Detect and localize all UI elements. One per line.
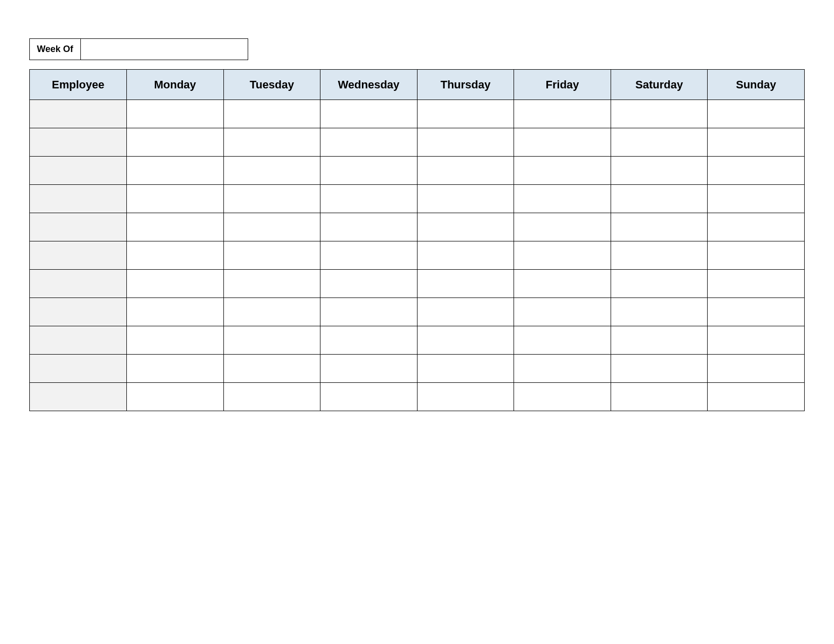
day-input[interactable] <box>418 298 514 326</box>
employee-input[interactable] <box>30 185 126 213</box>
day-input[interactable] <box>320 213 417 241</box>
day-input[interactable] <box>611 383 708 411</box>
employee-input[interactable] <box>30 128 126 156</box>
day-input[interactable] <box>514 128 611 156</box>
day-input[interactable] <box>611 270 708 298</box>
day-input[interactable] <box>708 213 804 241</box>
day-input[interactable] <box>320 270 417 298</box>
day-input[interactable] <box>514 185 611 213</box>
day-input[interactable] <box>224 185 320 213</box>
day-input[interactable] <box>127 185 223 213</box>
day-cell <box>223 298 320 326</box>
day-input[interactable] <box>708 298 804 326</box>
day-input[interactable] <box>224 355 320 382</box>
day-input[interactable] <box>418 383 514 411</box>
day-input[interactable] <box>611 241 708 269</box>
day-input[interactable] <box>708 326 804 354</box>
day-input[interactable] <box>320 157 417 184</box>
week-of-input[interactable] <box>81 39 248 60</box>
day-input[interactable] <box>224 241 320 269</box>
day-input[interactable] <box>514 241 611 269</box>
day-input[interactable] <box>127 383 223 411</box>
day-input[interactable] <box>514 326 611 354</box>
header-employee: Employee <box>30 70 127 100</box>
day-input[interactable] <box>611 298 708 326</box>
day-input[interactable] <box>611 326 708 354</box>
day-input[interactable] <box>224 213 320 241</box>
day-input[interactable] <box>611 128 708 156</box>
day-input[interactable] <box>127 157 223 184</box>
day-input[interactable] <box>611 185 708 213</box>
schedule-table: Employee Monday Tuesday Wednesday Thursd… <box>29 69 805 411</box>
day-input[interactable] <box>514 355 611 382</box>
day-input[interactable] <box>418 185 514 213</box>
week-of-label: Week Of <box>30 39 81 60</box>
employee-input[interactable] <box>30 355 126 382</box>
day-input[interactable] <box>708 270 804 298</box>
day-input[interactable] <box>708 355 804 382</box>
day-input[interactable] <box>418 326 514 354</box>
day-cell <box>708 185 805 213</box>
day-input[interactable] <box>320 298 417 326</box>
day-input[interactable] <box>127 128 223 156</box>
day-input[interactable] <box>708 383 804 411</box>
day-input[interactable] <box>224 157 320 184</box>
day-input[interactable] <box>514 270 611 298</box>
day-cell <box>514 157 611 185</box>
day-input[interactable] <box>224 100 320 128</box>
day-input[interactable] <box>611 157 708 184</box>
day-input[interactable] <box>320 326 417 354</box>
day-input[interactable] <box>320 128 417 156</box>
day-input[interactable] <box>320 241 417 269</box>
day-input[interactable] <box>708 128 804 156</box>
employee-input[interactable] <box>30 298 126 326</box>
day-input[interactable] <box>514 213 611 241</box>
day-input[interactable] <box>127 213 223 241</box>
employee-input[interactable] <box>30 100 126 128</box>
day-input[interactable] <box>127 100 223 128</box>
day-input[interactable] <box>611 213 708 241</box>
day-input[interactable] <box>514 157 611 184</box>
employee-input[interactable] <box>30 326 126 354</box>
day-input[interactable] <box>611 100 708 128</box>
day-input[interactable] <box>224 128 320 156</box>
day-cell <box>223 383 320 411</box>
day-input[interactable] <box>708 100 804 128</box>
day-cell <box>223 355 320 383</box>
day-input[interactable] <box>320 100 417 128</box>
day-input[interactable] <box>127 326 223 354</box>
day-input[interactable] <box>418 157 514 184</box>
day-input[interactable] <box>418 128 514 156</box>
day-input[interactable] <box>418 241 514 269</box>
day-input[interactable] <box>127 298 223 326</box>
table-row <box>30 383 805 411</box>
day-input[interactable] <box>224 270 320 298</box>
day-input[interactable] <box>127 270 223 298</box>
day-input[interactable] <box>514 383 611 411</box>
day-input[interactable] <box>224 298 320 326</box>
day-input[interactable] <box>320 383 417 411</box>
employee-input[interactable] <box>30 241 126 269</box>
day-input[interactable] <box>320 355 417 382</box>
employee-input[interactable] <box>30 270 126 298</box>
day-input[interactable] <box>708 185 804 213</box>
day-input[interactable] <box>224 326 320 354</box>
day-input[interactable] <box>320 185 417 213</box>
day-cell <box>611 185 708 213</box>
day-input[interactable] <box>127 355 223 382</box>
day-input[interactable] <box>224 383 320 411</box>
day-input[interactable] <box>418 355 514 382</box>
day-input[interactable] <box>418 100 514 128</box>
employee-input[interactable] <box>30 213 126 241</box>
day-input[interactable] <box>708 157 804 184</box>
day-input[interactable] <box>127 241 223 269</box>
employee-input[interactable] <box>30 383 126 411</box>
day-cell <box>611 128 708 157</box>
day-input[interactable] <box>418 213 514 241</box>
day-input[interactable] <box>514 298 611 326</box>
day-input[interactable] <box>611 355 708 382</box>
day-input[interactable] <box>418 270 514 298</box>
day-input[interactable] <box>708 241 804 269</box>
employee-input[interactable] <box>30 157 126 184</box>
day-input[interactable] <box>514 100 611 128</box>
